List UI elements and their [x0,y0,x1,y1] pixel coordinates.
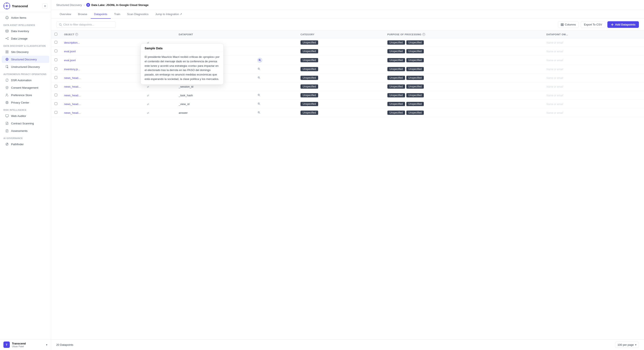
sidebar-item-label: DSR Automation [11,79,32,82]
breadcrumb: Structured Discovery › Data Lake: JSONL … [51,0,644,10]
tab-browse[interactable]: Browse [74,10,90,19]
svg-point-20 [6,102,8,103]
sidebar-item-silo-discovery[interactable]: Silo Discovery [2,48,49,55]
magnify-icon[interactable] [258,58,262,62]
purpose-badge[interactable]: Unspecified [388,76,405,80]
svg-rect-22 [6,130,8,132]
category-badge[interactable]: Unspecified [300,76,318,80]
row-object: eval.jsonl [61,56,144,65]
user-info: T Transcend Utsav Patel [4,342,26,348]
sidebar-item-pathfinder[interactable]: Pathfinder [2,141,49,148]
sidebar-item-consent-management[interactable]: Consent Management [2,84,49,91]
purpose-badge[interactable]: Unspecified [406,93,424,97]
purpose-badge[interactable]: Unspecified [388,93,405,97]
sidebar-item-structured-discovery[interactable]: Structured Discovery [2,56,49,63]
category-badge[interactable]: Unspecified [300,102,318,106]
purpose-badge[interactable]: Unspecified [388,111,405,115]
purpose-badge[interactable]: Unspecified [406,102,424,106]
per-page-selector[interactable]: 100 per page ▾ [615,342,639,348]
sidebar-item-data-lineage[interactable]: Data Lineage [2,35,49,42]
category-badge[interactable]: Unspecified [300,67,318,71]
sidebar-item-label: Contract Scanning [11,122,34,125]
category-badge[interactable]: Unspecified [300,93,318,97]
share-icon [5,37,9,40]
purpose-badge[interactable]: Unspecified [406,49,424,53]
sidebar-collapse-button[interactable]: ⊟ [42,3,48,8]
category-badge[interactable]: Unspecified [300,40,318,45]
row-category: Unspecified [297,82,384,91]
table-container: Sample Data El presidente Mauricio Macri… [51,31,644,339]
grid-icon [5,50,9,54]
magnify-icon[interactable] [258,94,260,97]
row-magnify [253,56,297,65]
purpose-badge[interactable]: Unspecified [388,102,405,106]
select-all-checkbox[interactable] [54,33,57,35]
purpose-badge[interactable]: Unspecified [406,111,424,115]
category-badge[interactable]: Unspecified [300,58,318,62]
row-object: inventory.js... [61,65,144,74]
row-purpose: Unspecified Unspecified [384,47,543,56]
row-magnify [253,38,297,47]
bell-icon [5,16,9,19]
export-csv-button[interactable]: Export To CSV [581,21,605,28]
row-type: ⇄ [144,108,175,117]
category-badge[interactable]: Unspecified [300,49,318,53]
tab-scan-diagnostics[interactable]: Scan Diagnostics [124,10,152,19]
purpose-badge[interactable]: Unspecified [406,76,424,80]
magnify-icon[interactable] [258,111,260,114]
tab-jump-to-integration[interactable]: Jump to Integration ↗ [152,10,186,19]
chevron-down-icon[interactable]: ▾ [46,343,48,347]
tab-overview[interactable]: Overview [56,10,74,19]
purpose-badge[interactable]: Unspecified [388,67,405,71]
purpose-badge[interactable]: Unspecified [406,58,424,62]
magnify-icon[interactable] [258,67,260,70]
row-owner: Name or email [543,65,644,74]
sidebar-item-action-items[interactable]: Action Items [2,14,49,21]
row-category: Unspecified [297,74,384,82]
row-purpose: Unspecified Unspecified [384,108,543,117]
row-field: _task_hash [175,91,253,100]
magnify-icon[interactable] [258,102,260,105]
tab-datapoints[interactable]: Datapoints [91,10,111,19]
tab-train[interactable]: Train [111,10,124,19]
purpose-badge[interactable]: Unspecified [388,58,405,62]
table-row: news_head... ⇄ _view_id Unspecified Unsp… [51,100,644,108]
sidebar-item-label: Assessments [11,129,28,133]
add-datapoints-button[interactable]: Add Datapoints [607,21,639,28]
sidebar-item-unstructured-discovery[interactable]: Unstructured Discovery [2,63,49,70]
purpose-badge[interactable]: Unspecified [406,40,424,45]
magnify-icon[interactable] [258,76,260,79]
compass-icon [5,142,9,146]
columns-button[interactable]: Columns [558,21,578,28]
sidebar-item-web-auditor[interactable]: Web Auditor [2,112,49,120]
svg-point-4 [6,8,7,9]
purpose-badge[interactable]: Unspecified [388,84,405,89]
row-owner: Name or email [543,82,644,91]
nav-section-ai: AI Governance [0,135,51,140]
th-checkbox [51,31,61,38]
row-magnify [253,47,297,56]
svg-point-18 [6,94,8,95]
sidebar-item-preference-store[interactable]: Preference Store [2,91,49,99]
sidebar-item-dsr-automation[interactable]: DSR Automation [2,77,49,84]
purpose-badge[interactable]: Unspecified [406,84,424,89]
row-purpose: Unspecified Unspecified [384,82,543,91]
th-magnify [253,31,297,38]
sidebar-item-privacy-center[interactable]: Privacy Center [2,99,49,106]
logo-area: Transcend [4,2,28,9]
sidebar-item-contract-scanning[interactable]: Contract Scanning [2,120,49,127]
sidebar-item-data-inventory[interactable]: Data Inventory [2,27,49,35]
sidebar-item-assessments[interactable]: Assessments [2,127,49,134]
nav-section-privacy: Autonomous Privacy Operations [0,71,51,76]
filter-search-box[interactable]: Click to filter datapoints... [56,21,116,28]
breadcrumb-parent[interactable]: Structured Discovery [56,3,82,6]
row-category: Unspecified [297,108,384,117]
category-badge[interactable]: Unspecified [300,84,318,89]
row-category: Unspecified [297,100,384,108]
purpose-badge[interactable]: Unspecified [406,67,424,71]
person-check-icon [5,93,9,97]
purpose-badge[interactable]: Unspecified [388,40,405,45]
category-badge[interactable]: Unspecified [300,111,318,115]
purpose-badge[interactable]: Unspecified [388,49,405,53]
user-details: Transcend Utsav Patel [12,342,26,348]
